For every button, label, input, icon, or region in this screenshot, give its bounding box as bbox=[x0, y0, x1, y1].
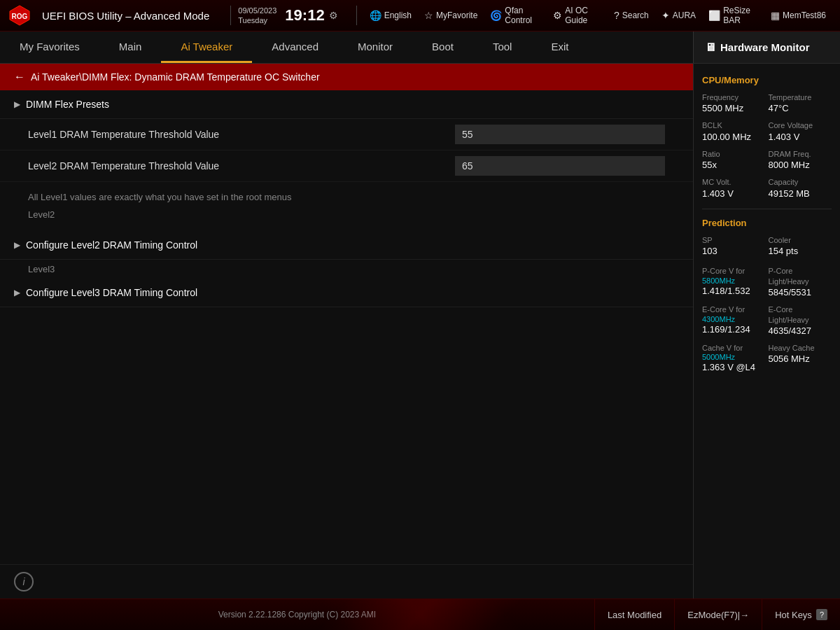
hw-cell-capacity: Capacity49152 MB bbox=[769, 177, 832, 200]
configure-level2-label: Configure Level2 DRAM Timing Control bbox=[26, 239, 197, 251]
hw-cell-temperature: Temperature47°C bbox=[769, 92, 832, 115]
hot-keys-label: Hot Keys bbox=[775, 610, 812, 620]
level2-row: Level2 DRAM Temperature Threshold Value … bbox=[0, 150, 693, 182]
rog-logo: ROG bbox=[8, 4, 31, 27]
toolbar-item-aura[interactable]: ✦AURA bbox=[656, 7, 701, 24]
monitor-icon: 🖥 bbox=[705, 41, 716, 54]
settings-content: ▶ DIMM Flex Presets Level1 DRAM Temperat… bbox=[0, 90, 693, 564]
nav-bar: My FavoritesMainAi TweakerAdvancedMonito… bbox=[0, 31, 840, 64]
main-layout: ← Ai Tweaker\DIMM Flex: Dynamic DRAM Tem… bbox=[0, 64, 840, 598]
hw-cell-ratio: Ratio55x bbox=[702, 149, 766, 172]
nav-item-tool[interactable]: Tool bbox=[473, 31, 532, 63]
dimm-flex-section[interactable]: ▶ DIMM Flex Presets bbox=[0, 90, 693, 119]
level1-label: Level1 DRAM Temperature Threshold Value bbox=[28, 129, 455, 140]
p-core-section: P-Core V for 5800MHz 1.418/1.532 P-Core … bbox=[702, 266, 832, 299]
chevron-right-icon-3: ▶ bbox=[14, 288, 20, 298]
settings-icon[interactable]: ⚙ bbox=[329, 10, 338, 21]
hw-cell-bclk: BCLK100.00 MHz bbox=[702, 120, 766, 143]
breadcrumb-text: Ai Tweaker\DIMM Flex: Dynamic DRAM Tempe… bbox=[31, 71, 320, 83]
info-text-line2: Level2 bbox=[28, 208, 665, 223]
hw-monitor-header: 🖥 Hardware Monitor bbox=[693, 31, 840, 63]
day-display: Tuesday bbox=[238, 15, 276, 25]
nav-item-my-favorites[interactable]: My Favorites bbox=[0, 31, 99, 63]
info-text-line1: All Level1 values are exactly what you h… bbox=[28, 190, 665, 205]
level2-label: Level2 DRAM Temperature Threshold Value bbox=[28, 160, 455, 172]
prediction-row-1: SP103Cooler154 pts bbox=[702, 235, 832, 258]
level3-label: Level3 bbox=[0, 260, 693, 279]
level1-row: Level1 DRAM Temperature Threshold Value … bbox=[0, 119, 693, 150]
breadcrumb: ← Ai Tweaker\DIMM Flex: Dynamic DRAM Tem… bbox=[0, 64, 693, 90]
bottom-actions: Last Modified EzMode(F7)|→ Hot Keys ? bbox=[594, 599, 840, 630]
configure-level3-section[interactable]: ▶ Configure Level3 DRAM Timing Control bbox=[0, 279, 693, 307]
content-area: ← Ai Tweaker\DIMM Flex: Dynamic DRAM Tem… bbox=[0, 64, 693, 598]
configure-level2-section[interactable]: ▶ Configure Level2 DRAM Timing Control bbox=[0, 231, 693, 260]
toolbar-item-myfavorite[interactable]: ☆MyFavorite bbox=[419, 7, 483, 24]
hw-cell-mc-volt.: MC Volt.1.403 V bbox=[702, 177, 766, 200]
nav-item-exit[interactable]: Exit bbox=[531, 31, 588, 63]
nav-item-monitor[interactable]: Monitor bbox=[338, 31, 412, 63]
divider bbox=[230, 6, 231, 25]
hw-panel: CPU/Memory Frequency5500 MHzTemperature4… bbox=[693, 64, 840, 598]
svg-text:ROG: ROG bbox=[12, 13, 28, 20]
bottom-bar: Version 2.22.1286 Copyright (C) 2023 AMI… bbox=[0, 598, 840, 630]
version-text: Version 2.22.1286 Copyright (C) 2023 AMI bbox=[0, 610, 594, 620]
hw-cell-frequency: Frequency5500 MHz bbox=[702, 92, 766, 115]
nav-item-main[interactable]: Main bbox=[99, 31, 162, 63]
e-core-section: E-Core V for 4300MHz 1.169/1.234 E-Core … bbox=[702, 304, 832, 337]
toolbar-item-memtest86[interactable]: ▦MemTest86 bbox=[765, 7, 832, 24]
info-area: i bbox=[0, 564, 693, 598]
app-title: UEFI BIOS Utility – Advanced Mode bbox=[42, 10, 209, 22]
cpu-memory-grid: Frequency5500 MHzTemperature47°CBCLK100.… bbox=[702, 92, 832, 200]
cpu-memory-title: CPU/Memory bbox=[702, 75, 832, 85]
hw-divider bbox=[702, 209, 832, 209]
info-text-block: All Level1 values are exactly what you h… bbox=[0, 182, 693, 231]
configure-level3-label: Configure Level3 DRAM Timing Control bbox=[26, 287, 197, 298]
level1-value[interactable]: 55 bbox=[455, 125, 665, 144]
cache-section: Cache V for 5000MHz 1.363 V @L4 Heavy Ca… bbox=[702, 343, 832, 374]
chevron-right-icon: ▶ bbox=[14, 99, 20, 109]
divider-2 bbox=[356, 6, 357, 25]
time-display: 19:12 bbox=[285, 6, 324, 24]
level2-value[interactable]: 65 bbox=[455, 156, 665, 176]
toolbar-item-search[interactable]: ?Search bbox=[608, 7, 654, 24]
ez-mode-label: EzMode(F7)|→ bbox=[687, 610, 749, 620]
last-modified-label: Last Modified bbox=[608, 610, 662, 620]
date-display: 09/05/2023 bbox=[238, 6, 276, 15]
chevron-right-icon-2: ▶ bbox=[14, 240, 20, 250]
section-label: DIMM Flex Presets bbox=[26, 99, 109, 110]
info-icon[interactable]: i bbox=[14, 572, 34, 592]
prediction-title: Prediction bbox=[702, 218, 832, 228]
back-arrow-icon[interactable]: ← bbox=[14, 71, 25, 83]
top-bar: ROG UEFI BIOS Utility – Advanced Mode 09… bbox=[0, 0, 840, 31]
hw-cell-dram-freq.: DRAM Freq.8000 MHz bbox=[769, 149, 832, 172]
hot-keys-icon: ? bbox=[816, 609, 827, 620]
hot-keys-action[interactable]: Hot Keys ? bbox=[762, 599, 840, 630]
nav-item-ai-tweaker[interactable]: Ai Tweaker bbox=[161, 31, 252, 63]
prediction-grid: SP103Cooler154 pts P-Core V for 5800MHz … bbox=[702, 235, 832, 374]
ez-mode-action[interactable]: EzMode(F7)|→ bbox=[674, 599, 762, 630]
toolbar-item-ai-oc-guide[interactable]: ⚙AI OC Guide bbox=[547, 3, 607, 28]
last-modified-action[interactable]: Last Modified bbox=[594, 599, 674, 630]
toolbar-item-qfan-control[interactable]: 🌀Qfan Control bbox=[484, 3, 546, 28]
toolbar-item-resize-bar[interactable]: ⬜ReSize BAR bbox=[703, 3, 764, 28]
toolbar: 🌐English☆MyFavorite🌀Qfan Control⚙AI OC G… bbox=[364, 3, 832, 28]
hw-cell-core-voltage: Core Voltage1.403 V bbox=[769, 120, 832, 143]
toolbar-item-english[interactable]: 🌐English bbox=[364, 7, 417, 24]
nav-item-advanced[interactable]: Advanced bbox=[252, 31, 338, 63]
nav-item-boot[interactable]: Boot bbox=[412, 31, 473, 63]
hw-monitor-title: Hardware Monitor bbox=[720, 41, 810, 53]
